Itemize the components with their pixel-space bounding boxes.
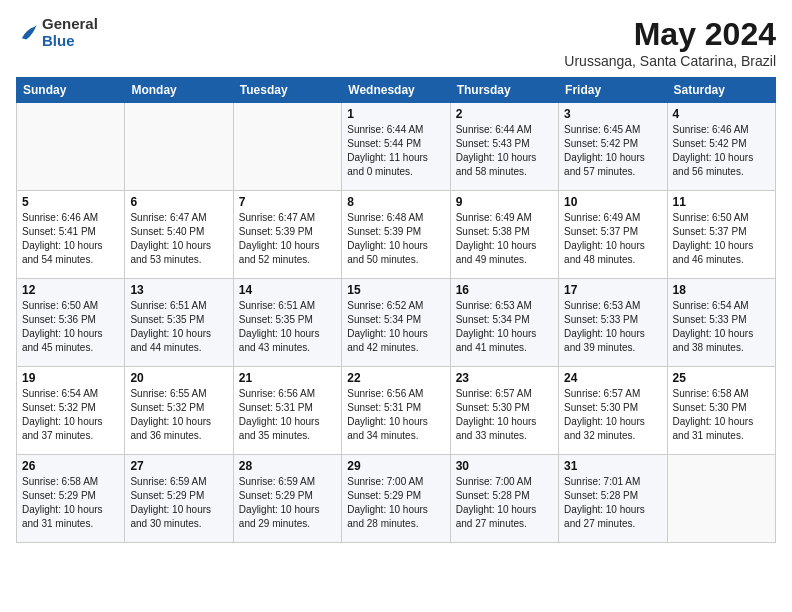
day-info: Sunrise: 6:54 AM Sunset: 5:32 PM Dayligh… [22, 387, 119, 443]
calendar-week-row: 1Sunrise: 6:44 AM Sunset: 5:44 PM Daylig… [17, 103, 776, 191]
weekday-header-row: SundayMondayTuesdayWednesdayThursdayFrid… [17, 78, 776, 103]
day-number: 17 [564, 283, 661, 297]
day-info: Sunrise: 6:56 AM Sunset: 5:31 PM Dayligh… [347, 387, 444, 443]
calendar-day-cell: 7Sunrise: 6:47 AM Sunset: 5:39 PM Daylig… [233, 191, 341, 279]
day-number: 21 [239, 371, 336, 385]
day-number: 14 [239, 283, 336, 297]
day-info: Sunrise: 6:44 AM Sunset: 5:43 PM Dayligh… [456, 123, 553, 179]
calendar-day-cell: 25Sunrise: 6:58 AM Sunset: 5:30 PM Dayli… [667, 367, 775, 455]
calendar-day-cell: 23Sunrise: 6:57 AM Sunset: 5:30 PM Dayli… [450, 367, 558, 455]
day-number: 25 [673, 371, 770, 385]
calendar-week-row: 12Sunrise: 6:50 AM Sunset: 5:36 PM Dayli… [17, 279, 776, 367]
day-number: 12 [22, 283, 119, 297]
day-info: Sunrise: 6:47 AM Sunset: 5:39 PM Dayligh… [239, 211, 336, 267]
day-info: Sunrise: 6:47 AM Sunset: 5:40 PM Dayligh… [130, 211, 227, 267]
logo-blue: Blue [42, 33, 98, 50]
day-info: Sunrise: 6:51 AM Sunset: 5:35 PM Dayligh… [239, 299, 336, 355]
day-number: 30 [456, 459, 553, 473]
calendar-day-cell: 10Sunrise: 6:49 AM Sunset: 5:37 PM Dayli… [559, 191, 667, 279]
calendar-day-cell: 28Sunrise: 6:59 AM Sunset: 5:29 PM Dayli… [233, 455, 341, 543]
day-info: Sunrise: 7:01 AM Sunset: 5:28 PM Dayligh… [564, 475, 661, 531]
day-number: 23 [456, 371, 553, 385]
day-info: Sunrise: 6:50 AM Sunset: 5:37 PM Dayligh… [673, 211, 770, 267]
weekday-header: Tuesday [233, 78, 341, 103]
calendar-day-cell: 12Sunrise: 6:50 AM Sunset: 5:36 PM Dayli… [17, 279, 125, 367]
day-number: 1 [347, 107, 444, 121]
day-number: 31 [564, 459, 661, 473]
calendar-day-cell: 5Sunrise: 6:46 AM Sunset: 5:41 PM Daylig… [17, 191, 125, 279]
day-info: Sunrise: 7:00 AM Sunset: 5:29 PM Dayligh… [347, 475, 444, 531]
day-number: 2 [456, 107, 553, 121]
calendar-day-cell: 26Sunrise: 6:58 AM Sunset: 5:29 PM Dayli… [17, 455, 125, 543]
calendar-day-cell: 11Sunrise: 6:50 AM Sunset: 5:37 PM Dayli… [667, 191, 775, 279]
title-block: May 2024 Urussanga, Santa Catarina, Braz… [564, 16, 776, 69]
day-info: Sunrise: 6:53 AM Sunset: 5:33 PM Dayligh… [564, 299, 661, 355]
day-number: 11 [673, 195, 770, 209]
calendar-day-cell: 18Sunrise: 6:54 AM Sunset: 5:33 PM Dayli… [667, 279, 775, 367]
calendar-table: SundayMondayTuesdayWednesdayThursdayFrid… [16, 77, 776, 543]
day-number: 15 [347, 283, 444, 297]
day-info: Sunrise: 6:57 AM Sunset: 5:30 PM Dayligh… [564, 387, 661, 443]
calendar-day-cell: 24Sunrise: 6:57 AM Sunset: 5:30 PM Dayli… [559, 367, 667, 455]
calendar-day-cell: 1Sunrise: 6:44 AM Sunset: 5:44 PM Daylig… [342, 103, 450, 191]
calendar-day-cell: 21Sunrise: 6:56 AM Sunset: 5:31 PM Dayli… [233, 367, 341, 455]
calendar-day-cell [125, 103, 233, 191]
day-number: 28 [239, 459, 336, 473]
calendar-week-row: 19Sunrise: 6:54 AM Sunset: 5:32 PM Dayli… [17, 367, 776, 455]
calendar-day-cell: 3Sunrise: 6:45 AM Sunset: 5:42 PM Daylig… [559, 103, 667, 191]
calendar-day-cell: 16Sunrise: 6:53 AM Sunset: 5:34 PM Dayli… [450, 279, 558, 367]
day-number: 4 [673, 107, 770, 121]
day-number: 9 [456, 195, 553, 209]
day-info: Sunrise: 6:45 AM Sunset: 5:42 PM Dayligh… [564, 123, 661, 179]
day-info: Sunrise: 6:50 AM Sunset: 5:36 PM Dayligh… [22, 299, 119, 355]
calendar-day-cell: 8Sunrise: 6:48 AM Sunset: 5:39 PM Daylig… [342, 191, 450, 279]
calendar-day-cell: 19Sunrise: 6:54 AM Sunset: 5:32 PM Dayli… [17, 367, 125, 455]
day-info: Sunrise: 6:49 AM Sunset: 5:37 PM Dayligh… [564, 211, 661, 267]
day-info: Sunrise: 6:53 AM Sunset: 5:34 PM Dayligh… [456, 299, 553, 355]
calendar-day-cell: 2Sunrise: 6:44 AM Sunset: 5:43 PM Daylig… [450, 103, 558, 191]
day-info: Sunrise: 6:56 AM Sunset: 5:31 PM Dayligh… [239, 387, 336, 443]
weekday-header: Wednesday [342, 78, 450, 103]
day-number: 19 [22, 371, 119, 385]
day-info: Sunrise: 6:46 AM Sunset: 5:41 PM Dayligh… [22, 211, 119, 267]
calendar-day-cell: 31Sunrise: 7:01 AM Sunset: 5:28 PM Dayli… [559, 455, 667, 543]
day-info: Sunrise: 6:51 AM Sunset: 5:35 PM Dayligh… [130, 299, 227, 355]
day-info: Sunrise: 6:55 AM Sunset: 5:32 PM Dayligh… [130, 387, 227, 443]
day-info: Sunrise: 6:48 AM Sunset: 5:39 PM Dayligh… [347, 211, 444, 267]
day-number: 5 [22, 195, 119, 209]
day-info: Sunrise: 6:52 AM Sunset: 5:34 PM Dayligh… [347, 299, 444, 355]
calendar-day-cell: 27Sunrise: 6:59 AM Sunset: 5:29 PM Dayli… [125, 455, 233, 543]
calendar-day-cell: 22Sunrise: 6:56 AM Sunset: 5:31 PM Dayli… [342, 367, 450, 455]
calendar-day-cell [17, 103, 125, 191]
day-number: 27 [130, 459, 227, 473]
logo-general: General [42, 16, 98, 33]
calendar-day-cell: 29Sunrise: 7:00 AM Sunset: 5:29 PM Dayli… [342, 455, 450, 543]
day-info: Sunrise: 6:59 AM Sunset: 5:29 PM Dayligh… [239, 475, 336, 531]
day-number: 6 [130, 195, 227, 209]
day-number: 24 [564, 371, 661, 385]
weekday-header: Friday [559, 78, 667, 103]
day-number: 3 [564, 107, 661, 121]
day-number: 10 [564, 195, 661, 209]
day-info: Sunrise: 7:00 AM Sunset: 5:28 PM Dayligh… [456, 475, 553, 531]
weekday-header: Sunday [17, 78, 125, 103]
calendar-day-cell: 14Sunrise: 6:51 AM Sunset: 5:35 PM Dayli… [233, 279, 341, 367]
weekday-header: Saturday [667, 78, 775, 103]
weekday-header: Thursday [450, 78, 558, 103]
calendar-day-cell: 30Sunrise: 7:00 AM Sunset: 5:28 PM Dayli… [450, 455, 558, 543]
day-info: Sunrise: 6:59 AM Sunset: 5:29 PM Dayligh… [130, 475, 227, 531]
calendar-day-cell: 17Sunrise: 6:53 AM Sunset: 5:33 PM Dayli… [559, 279, 667, 367]
day-info: Sunrise: 6:58 AM Sunset: 5:29 PM Dayligh… [22, 475, 119, 531]
day-info: Sunrise: 6:46 AM Sunset: 5:42 PM Dayligh… [673, 123, 770, 179]
day-number: 29 [347, 459, 444, 473]
calendar-day-cell: 4Sunrise: 6:46 AM Sunset: 5:42 PM Daylig… [667, 103, 775, 191]
calendar-week-row: 5Sunrise: 6:46 AM Sunset: 5:41 PM Daylig… [17, 191, 776, 279]
calendar-week-row: 26Sunrise: 6:58 AM Sunset: 5:29 PM Dayli… [17, 455, 776, 543]
day-number: 26 [22, 459, 119, 473]
day-info: Sunrise: 6:57 AM Sunset: 5:30 PM Dayligh… [456, 387, 553, 443]
logo-text: General Blue [42, 16, 98, 49]
day-number: 22 [347, 371, 444, 385]
page-header: General Blue May 2024 Urussanga, Santa C… [16, 16, 776, 69]
day-number: 20 [130, 371, 227, 385]
day-info: Sunrise: 6:58 AM Sunset: 5:30 PM Dayligh… [673, 387, 770, 443]
